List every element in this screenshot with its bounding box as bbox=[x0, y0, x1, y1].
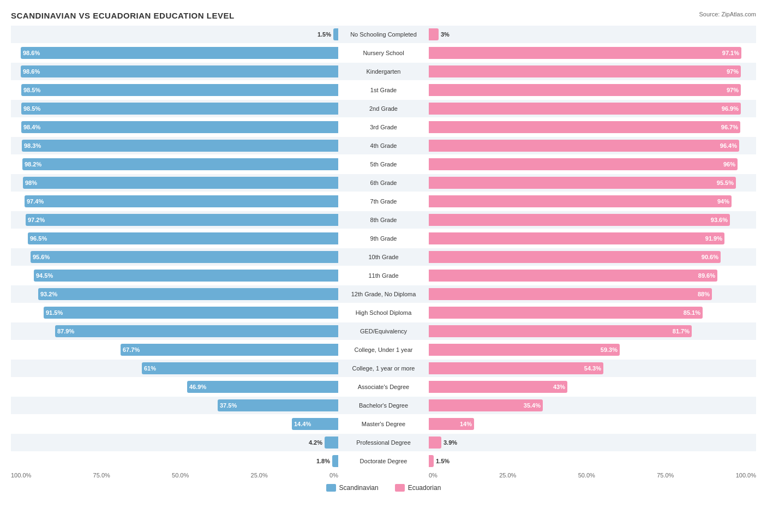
ecuadorian-bar: 97% bbox=[429, 84, 741, 96]
right-bar-container: 59.3% bbox=[429, 341, 756, 358]
scandinavian-color-box bbox=[326, 484, 336, 492]
scandinavian-bar: 61% bbox=[142, 362, 338, 374]
chart-row: 87.9%GED/Equivalency81.7% bbox=[11, 322, 756, 340]
right-value: 96.9% bbox=[720, 105, 741, 112]
scandinavian-bar: 98.5% bbox=[21, 103, 338, 115]
left-value: 98.5% bbox=[21, 87, 43, 93]
ecuadorian-bar: 14% bbox=[429, 418, 474, 430]
chart-row: 98.3%4th Grade96.4% bbox=[11, 137, 756, 154]
right-value: 14% bbox=[458, 421, 474, 427]
right-bar-container: 85.1% bbox=[429, 304, 756, 321]
scandinavian-bar: 91.5% bbox=[44, 307, 338, 319]
scandinavian-bar: 87.9% bbox=[55, 325, 338, 337]
row-label: 10th Grade bbox=[338, 254, 429, 260]
chart-row: 14.4%Master's Degree14% bbox=[11, 415, 756, 433]
ecuadorian-color-box bbox=[395, 484, 405, 492]
row-label: College, 1 year or more bbox=[338, 365, 429, 372]
ecuadorian-bar: 97.1% bbox=[429, 47, 741, 59]
chart-row: 1.5%No Schooling Completed3% bbox=[11, 26, 756, 43]
ecuadorian-label: Ecuadorian bbox=[408, 484, 441, 492]
scandinavian-bar: 94.5% bbox=[34, 270, 338, 282]
right-value: 54.3% bbox=[582, 365, 603, 372]
right-bar-container: 96.4% bbox=[429, 137, 756, 154]
ecuadorian-bar: 97% bbox=[429, 65, 741, 77]
scandinavian-bar: 98.2% bbox=[22, 158, 338, 170]
left-bar-container: 96.5% bbox=[11, 230, 338, 247]
chart-row: 98.5%1st Grade97% bbox=[11, 81, 756, 99]
right-bar-container: 89.6% bbox=[429, 267, 756, 284]
row-label: 5th Grade bbox=[338, 161, 429, 168]
right-value: 89.6% bbox=[696, 272, 717, 279]
left-value: 93.2% bbox=[38, 291, 59, 297]
ecuadorian-bar: 96% bbox=[429, 158, 738, 170]
right-value: 59.3% bbox=[598, 346, 620, 353]
legend: Scandinavian Ecuadorian bbox=[11, 484, 756, 492]
row-label: Nursery School bbox=[338, 50, 429, 56]
row-label: 7th Grade bbox=[338, 198, 429, 205]
right-value: 90.6% bbox=[699, 254, 721, 260]
right-value: 97% bbox=[724, 87, 741, 93]
row-label: 2nd Grade bbox=[338, 105, 429, 112]
right-bar-container: 95.5% bbox=[429, 174, 756, 192]
axis-right: 0% 25.0% 50.0% 75.0% 100.0% bbox=[429, 472, 756, 479]
scandinavian-bar bbox=[325, 437, 338, 449]
ecuadorian-bar: 59.3% bbox=[429, 344, 620, 356]
left-value: 61% bbox=[142, 365, 158, 372]
left-bar-container: 46.9% bbox=[11, 378, 338, 396]
left-value: 87.9% bbox=[55, 328, 76, 334]
left-value: 98.2% bbox=[22, 161, 44, 168]
chart-container: SCANDINAVIAN VS ECUADORIAN EDUCATION LEV… bbox=[11, 11, 756, 492]
chart-row: 37.5%Bachelor's Degree35.4% bbox=[11, 397, 756, 414]
ecuadorian-bar: 93.6% bbox=[429, 214, 730, 226]
row-label: 11th Grade bbox=[338, 272, 429, 279]
left-bar-container: 87.9% bbox=[11, 322, 338, 340]
ecuadorian-bar bbox=[429, 455, 434, 467]
left-value: 98.4% bbox=[21, 124, 43, 130]
chart-row: 61%College, 1 year or more54.3% bbox=[11, 360, 756, 377]
right-bar-container: 1.5% bbox=[429, 452, 756, 470]
chart-title: SCANDINAVIAN VS ECUADORIAN EDUCATION LEV… bbox=[11, 11, 756, 20]
right-value-outside: 3% bbox=[441, 31, 450, 38]
right-value: 91.9% bbox=[703, 235, 724, 242]
scandinavian-bar: 98.6% bbox=[21, 47, 338, 59]
ecuadorian-bar: 54.3% bbox=[429, 362, 603, 374]
legend-ecuadorian: Ecuadorian bbox=[395, 484, 441, 492]
right-bar-container: 90.6% bbox=[429, 248, 756, 266]
chart-row: 94.5%11th Grade89.6% bbox=[11, 267, 756, 284]
left-bar-container: 97.4% bbox=[11, 193, 338, 210]
right-value-outside: 3.9% bbox=[444, 439, 457, 446]
right-bar-container: 96% bbox=[429, 156, 756, 173]
left-value: 98.3% bbox=[22, 142, 43, 149]
ecuadorian-bar: 43% bbox=[429, 381, 567, 393]
left-value-outside: 1.5% bbox=[317, 31, 331, 38]
chart-row: 98.6%Nursery School97.1% bbox=[11, 44, 756, 62]
chart-row: 4.2%Professional Degree3.9% bbox=[11, 434, 756, 451]
scandinavian-bar: 67.7% bbox=[121, 344, 338, 356]
left-value: 94.5% bbox=[34, 272, 55, 279]
left-value: 97.2% bbox=[26, 217, 47, 223]
ecuadorian-bar bbox=[429, 437, 441, 449]
right-value-outside: 1.5% bbox=[436, 458, 450, 464]
chart-row: 95.6%10th Grade90.6% bbox=[11, 248, 756, 266]
chart-row: 98.4%3rd Grade96.7% bbox=[11, 118, 756, 136]
chart-area: 1.5%No Schooling Completed3%98.6%Nursery… bbox=[11, 26, 756, 470]
right-value: 88% bbox=[696, 291, 712, 297]
right-bar-container: 97% bbox=[429, 81, 756, 99]
right-bar-container: 14% bbox=[429, 415, 756, 433]
chart-row: 46.9%Associate's Degree43% bbox=[11, 378, 756, 396]
left-bar-container: 95.6% bbox=[11, 248, 338, 266]
scandinavian-bar bbox=[332, 455, 338, 467]
ecuadorian-bar: 90.6% bbox=[429, 251, 721, 263]
row-label: 1st Grade bbox=[338, 87, 429, 93]
left-bar-container: 37.5% bbox=[11, 397, 338, 414]
right-bar-container: 96.7% bbox=[429, 118, 756, 136]
left-bar-container: 98.6% bbox=[11, 63, 338, 80]
row-label: 12th Grade, No Diploma bbox=[338, 291, 429, 297]
scandinavian-bar: 98.3% bbox=[22, 140, 338, 152]
right-value: 85.1% bbox=[681, 309, 703, 316]
chart-row: 93.2%12th Grade, No Diploma88% bbox=[11, 285, 756, 303]
right-value: 96% bbox=[721, 161, 738, 168]
ecuadorian-bar: 95.5% bbox=[429, 177, 736, 189]
scandinavian-bar: 97.2% bbox=[26, 214, 338, 226]
left-bar-container: 93.2% bbox=[11, 285, 338, 303]
